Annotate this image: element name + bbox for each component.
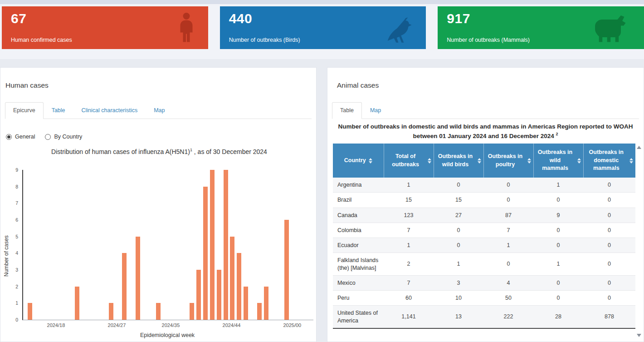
value-cell: 2 bbox=[384, 253, 434, 276]
animal-table-header-row: CountryTotal of outbreaksOutbreaks in wi… bbox=[333, 144, 635, 178]
kpi-cards-row: 67 Human confirmed cases 440 Number of o… bbox=[2, 6, 644, 49]
person-icon bbox=[176, 11, 197, 44]
epicurve-bar-2024/26[interactable] bbox=[109, 303, 113, 320]
country-cell: Ecuador bbox=[333, 238, 384, 253]
epicurve-plot bbox=[22, 170, 313, 320]
caption-text: Number of outbreaks in domestic and wild… bbox=[338, 123, 633, 139]
epicurve-bar-2024/41[interactable] bbox=[210, 170, 215, 320]
value-cell: 0 bbox=[434, 238, 483, 253]
tab-table[interactable]: Table bbox=[44, 102, 73, 119]
scroll-up-icon[interactable] bbox=[637, 146, 641, 149]
epicurve-bar-2024/14[interactable] bbox=[28, 303, 32, 320]
column-header-label: Country bbox=[344, 157, 366, 165]
value-cell: 0 bbox=[434, 178, 483, 193]
column-header-5[interactable]: Outbreaks in domestic mammals bbox=[583, 144, 635, 178]
epicurve-bar-2024/33[interactable] bbox=[156, 303, 161, 320]
radio-general[interactable]: General bbox=[6, 134, 35, 140]
tab-table[interactable]: Table bbox=[332, 102, 362, 119]
radio-label: By Country bbox=[54, 134, 82, 140]
y-tick-label: 8 bbox=[15, 184, 18, 189]
country-cell: Mexico bbox=[333, 275, 384, 290]
y-tick-label: 5 bbox=[15, 234, 18, 239]
table-row-colombia: Colombia70700 bbox=[333, 223, 635, 238]
scroll-down-icon[interactable] bbox=[637, 334, 641, 337]
value-cell: 0 bbox=[583, 275, 635, 290]
column-header-label: Total of outbreaks bbox=[386, 153, 425, 169]
column-header-0[interactable]: Country bbox=[333, 144, 384, 178]
value-cell: 0 bbox=[583, 208, 635, 223]
epicurve-bar-2024/38[interactable] bbox=[190, 303, 194, 320]
sort-icon[interactable] bbox=[369, 158, 372, 164]
epicurve-bar-2024/44[interactable] bbox=[230, 237, 234, 320]
epicurve-bar-2024/45[interactable] bbox=[237, 253, 241, 320]
kpi-label: Human confirmed cases bbox=[11, 37, 72, 43]
epicurve-bar-2024/43[interactable] bbox=[224, 170, 228, 320]
sort-icon[interactable] bbox=[629, 158, 633, 164]
radio-by-country[interactable]: By Country bbox=[45, 134, 82, 140]
epicurve-bar-2024/40[interactable] bbox=[203, 187, 208, 320]
sort-icon[interactable] bbox=[577, 158, 581, 164]
value-cell: 878 bbox=[583, 306, 635, 328]
tab-epicurve[interactable]: Epicurve bbox=[5, 102, 44, 119]
kpi-label: Number of outbreaks (Mammals) bbox=[447, 37, 530, 43]
value-cell: 15 bbox=[384, 193, 434, 208]
value-cell: 0 bbox=[483, 253, 533, 276]
radio-icon[interactable] bbox=[45, 134, 51, 140]
value-cell: 4 bbox=[483, 275, 533, 290]
value-cell: 0 bbox=[583, 291, 635, 306]
value-cell: 0 bbox=[533, 223, 583, 238]
value-cell: 1 bbox=[384, 178, 434, 193]
epicurve-bar-2024/52[interactable] bbox=[284, 220, 289, 320]
value-cell: 87 bbox=[483, 208, 533, 223]
x-tick-label: 2024/35 bbox=[162, 322, 180, 328]
epicurve-bar-2024/39[interactable] bbox=[196, 270, 201, 320]
column-header-3[interactable]: Outbreaks in poultry bbox=[483, 144, 533, 178]
radio-label: General bbox=[15, 134, 35, 140]
table-row-argentina: Argentina10010 bbox=[333, 178, 635, 193]
epicurve-bar-2024/21[interactable] bbox=[75, 287, 79, 320]
y-axis-label: Number of cases bbox=[3, 235, 10, 277]
column-header-label: Outbreaks in poultry bbox=[486, 153, 525, 169]
value-cell: 1 bbox=[434, 253, 483, 276]
table-row-canada: Canada123278790 bbox=[333, 208, 635, 223]
value-cell: 1,141 bbox=[384, 306, 434, 328]
animal-cases-panel: Animal cases Table Map Number of outbrea… bbox=[327, 67, 644, 342]
column-header-2[interactable]: Outbreaks in wild birds bbox=[434, 144, 483, 178]
chart-title-suffix: , as of 30 December 2024 bbox=[192, 148, 267, 155]
value-cell: 50 bbox=[483, 291, 533, 306]
epicurve-bar-2024/30[interactable] bbox=[136, 237, 140, 320]
animal-table-caption: Number of outbreaks in domestic and wild… bbox=[335, 123, 636, 140]
country-cell: Canada bbox=[333, 208, 384, 223]
table-row-mexico: Mexico73400 bbox=[333, 275, 635, 290]
sort-icon[interactable] bbox=[527, 158, 531, 164]
human-cases-panel: Human cases Epicurve Table Clinical char… bbox=[0, 67, 317, 342]
value-cell: 28 bbox=[533, 306, 583, 328]
animal-panel-title: Animal cases bbox=[337, 81, 379, 89]
value-cell: 0 bbox=[583, 193, 635, 208]
x-axis-ticks: 2024/182024/272024/352024/442025/00 bbox=[22, 322, 312, 329]
country-cell: Brazil bbox=[333, 193, 384, 208]
kpi-value: 440 bbox=[229, 11, 253, 26]
value-cell: 10 bbox=[434, 291, 483, 306]
value-cell: 0 bbox=[583, 238, 635, 253]
value-cell: 0 bbox=[533, 291, 583, 306]
value-cell: 0 bbox=[483, 193, 533, 208]
kpi-card-human-cases: 67 Human confirmed cases bbox=[2, 6, 208, 49]
y-tick-label: 3 bbox=[15, 267, 18, 273]
column-header-label: Outbreaks in wild birds bbox=[436, 153, 475, 169]
column-header-4[interactable]: Outbreaks in wild mammals bbox=[533, 144, 583, 178]
epicurve-bar-2024/42[interactable] bbox=[217, 270, 221, 320]
sort-icon[interactable] bbox=[428, 158, 431, 164]
radio-icon[interactable] bbox=[6, 134, 12, 140]
epicurve-bar-2024/46[interactable] bbox=[244, 287, 248, 320]
epicurve-bar-2024/28[interactable] bbox=[122, 253, 127, 320]
epicurve-bar-2024/48[interactable] bbox=[257, 303, 262, 320]
column-header-1[interactable]: Total of outbreaks bbox=[384, 144, 434, 178]
value-cell: 1 bbox=[533, 178, 583, 193]
tab-map[interactable]: Map bbox=[146, 102, 173, 119]
tab-map[interactable]: Map bbox=[362, 102, 389, 119]
epicurve-bar-2024/49[interactable] bbox=[264, 287, 268, 320]
tab-clinical-characteristics[interactable]: Clinical characteristics bbox=[73, 102, 146, 119]
sort-icon[interactable] bbox=[478, 158, 481, 164]
mammal-icon bbox=[590, 11, 633, 44]
